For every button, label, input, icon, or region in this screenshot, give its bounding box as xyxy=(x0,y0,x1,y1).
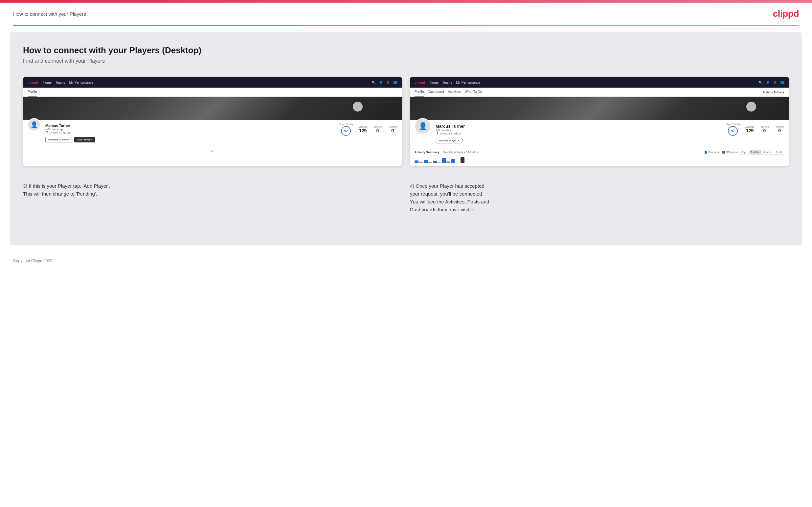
chart-bar-oncourse-5 xyxy=(451,159,455,163)
user-dropdown-2[interactable]: Marcus Turner ▾ xyxy=(763,88,784,97)
subnav-profile-2[interactable]: Profile xyxy=(414,88,424,97)
activity-summary: Activity Summary Monthly Activity - 6 Mo… xyxy=(410,147,789,166)
followers-label-2: Followers xyxy=(759,126,769,128)
hero-image-2 xyxy=(410,97,789,120)
breadcrumb: How to connect with your Players xyxy=(13,11,86,17)
followers-value-2: 0 xyxy=(759,128,769,133)
remove-player-area: Remove Player ✕ xyxy=(436,138,721,144)
footer: Copyright Clippd 2022 xyxy=(0,252,812,269)
search-icon-2[interactable]: 🔍 xyxy=(758,80,763,84)
chart-group-5 xyxy=(451,159,460,163)
chart-group-6 xyxy=(461,157,469,163)
header-divider xyxy=(13,25,799,25)
subnav-profile-1[interactable]: Profile xyxy=(28,88,37,97)
quality-circle-1: 92 xyxy=(341,126,351,136)
nav-icons-1: 🔍 👤 ⚙ 🌐 xyxy=(371,80,398,84)
player-name-2: Marcus Turner xyxy=(436,124,721,129)
avatar-icon-1: 👤 xyxy=(31,121,38,128)
nav-performance-1[interactable]: My Performance xyxy=(69,81,93,84)
oncourse-label: On course xyxy=(708,151,720,154)
pencil-icon-1: ✏ xyxy=(211,149,214,154)
caption-3-line2: This will then change to 'Pending'. xyxy=(23,191,97,196)
chart-bar-oncourse-2 xyxy=(424,160,428,163)
avatar-icon-2: 👤 xyxy=(418,122,427,130)
app-navbar-2: clippd Home Teams My Performance 🔍 👤 ⚙ 🌐 xyxy=(410,77,789,88)
activities-value-2: 129 xyxy=(745,128,755,133)
user-icon-1[interactable]: 👤 xyxy=(378,80,383,84)
legend-oncourse: On course xyxy=(705,151,720,154)
screenshot-2: clippd Home Teams My Performance 🔍 👤 ⚙ 🌐… xyxy=(410,77,789,166)
activities-block-1: Activities 129 xyxy=(358,126,367,133)
activity-header: Activity Summary Monthly Activity - 6 Mo… xyxy=(414,150,784,155)
activity-period: Monthly Activity - 6 Months xyxy=(443,151,478,154)
handicap-1: 1-5 Handicap xyxy=(45,128,334,131)
caption-3-area: 3) If this is your Player tap, 'Add Play… xyxy=(23,176,402,214)
legend-offcourse: Off course xyxy=(722,151,738,154)
nav-home-1[interactable]: Home xyxy=(43,81,52,84)
add-player-btn-1[interactable]: Add Player + xyxy=(74,137,95,143)
followers-label-1: Followers xyxy=(372,126,383,128)
globe-icon-1[interactable]: 🌐 xyxy=(393,80,398,84)
user-icon-2[interactable]: 👤 xyxy=(765,80,770,84)
page-title: How to connect with your Players (Deskto… xyxy=(23,45,789,55)
header: How to connect with your Players clippd xyxy=(0,3,812,25)
caption-4-line2: your request, you'll be connected. xyxy=(410,191,484,196)
offcourse-label: Off course xyxy=(726,151,738,154)
stats-row-1: Player Quality 92 Activities 129 Followe… xyxy=(339,123,398,136)
app-navbar-1: clippd Home Teams My Performance 🔍 👤 ⚙ 🌐 xyxy=(23,77,402,88)
quality-block-2: Player Quality 92 xyxy=(726,123,740,136)
clippd-logo: clippd xyxy=(773,8,799,19)
nav-links-2: Home Teams My Performance xyxy=(429,81,754,84)
page-subtitle: Find and connect with your Players xyxy=(23,58,789,64)
remove-player-btn[interactable]: Remove Player ✕ xyxy=(436,138,463,144)
subnav-dashboard-2[interactable]: Dashboard xyxy=(428,88,444,97)
activity-header-left: Activity Summary Monthly Activity - 6 Mo… xyxy=(414,151,478,154)
profile-info-2: Marcus Turner 1-5 Handicap 📍 United King… xyxy=(436,123,721,144)
settings-icon-1[interactable]: ⚙ xyxy=(386,80,390,84)
avatar-1: 👤 xyxy=(28,118,41,131)
captions-row: 3) If this is your Player tap, 'Add Play… xyxy=(23,176,789,214)
following-label-1: Following xyxy=(388,126,398,128)
screenshot-1: clippd Home Teams My Performance 🔍 👤 ⚙ 🌐… xyxy=(23,77,402,166)
nav-home-2[interactable]: Home xyxy=(429,81,439,84)
dropdown-username: Marcus Turner xyxy=(763,91,782,94)
profile-section-2: 👤 Marcus Turner 1-5 Handicap 📍 United Ki… xyxy=(410,120,789,147)
period-3mths[interactable]: 3 mths xyxy=(761,150,773,155)
chevron-down-icon: ▾ xyxy=(783,91,784,94)
following-value-1: 0 xyxy=(388,128,398,133)
page-heading: How to connect with your Players (Deskto… xyxy=(23,45,789,64)
player-name-1: Marcus Turner xyxy=(45,124,334,128)
nav-links-1: Home Teams My Performance xyxy=(43,81,367,84)
following-block-2: Following 0 xyxy=(774,126,784,133)
settings-icon-2[interactable]: ⚙ xyxy=(773,80,777,84)
request-follow-btn-1[interactable]: Request to Follow xyxy=(45,137,72,143)
period-1mth[interactable]: 1 mth xyxy=(774,150,784,155)
remove-player-x-icon: ✕ xyxy=(458,139,460,142)
quality-circle-2: 92 xyxy=(728,126,738,136)
subnav-activities-2[interactable]: Activities xyxy=(448,88,461,97)
caption-4: 4) Once your Player has accepted your re… xyxy=(410,182,789,214)
app-logo-1: clippd xyxy=(28,80,38,84)
location-pin-icon-1: 📍 xyxy=(45,131,49,134)
subnav-items-2: Profile Dashboard Activities What To On xyxy=(414,88,482,97)
caption-4-area: 4) Once your Player has accepted your re… xyxy=(410,176,789,214)
following-block-1: Following 0 xyxy=(388,126,398,133)
nav-performance-2[interactable]: My Performance xyxy=(456,81,480,84)
following-label-2: Following xyxy=(774,126,784,128)
period-1yr[interactable]: 1 yr xyxy=(740,150,748,155)
caption-3-line1: 3) If this is your Player tap, 'Add Play… xyxy=(23,183,110,189)
activity-controls: On course Off course 1 yr 6 mths 3 mths … xyxy=(705,150,784,155)
chart-bar-offcourse-2 xyxy=(428,162,432,163)
period-6mths[interactable]: 6 mths xyxy=(749,150,761,155)
nav-teams-1[interactable]: Teams xyxy=(55,81,65,84)
nav-teams-2[interactable]: Teams xyxy=(443,81,452,84)
location-2: 📍 United Kingdom xyxy=(436,132,721,135)
nav-icons-2: 🔍 👤 ⚙ 🌐 xyxy=(758,80,784,84)
chart-group-2 xyxy=(424,160,432,163)
caption-4-line4: Dashboards they have visible. xyxy=(410,207,476,212)
search-icon-1[interactable]: 🔍 xyxy=(371,80,376,84)
subnav-whattoon-2[interactable]: What To On xyxy=(465,88,482,97)
globe-icon-2[interactable]: 🌐 xyxy=(780,80,784,84)
app-logo-2: clippd xyxy=(414,80,425,84)
remove-player-label: Remove Player xyxy=(439,139,457,142)
